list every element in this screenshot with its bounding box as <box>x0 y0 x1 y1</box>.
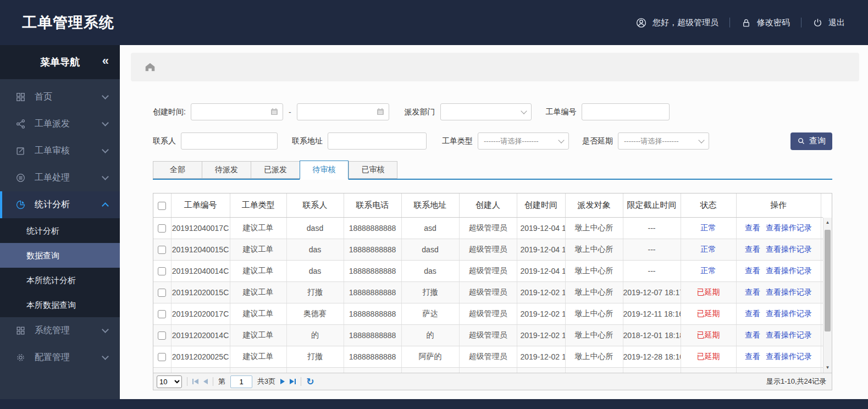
submenu-item-local-data-query[interactable]: 本所数据查询 <box>0 292 120 317</box>
tab-all[interactable]: 全部 <box>153 161 202 179</box>
scroll-down-arrow-icon[interactable]: ▼ <box>823 364 832 372</box>
chevron-down-icon <box>102 119 109 126</box>
submenu-item-local-statistics[interactable]: 本所统计分析 <box>0 268 120 292</box>
view-log-link[interactable]: 查看操作记录 <box>766 266 812 275</box>
view-link[interactable]: 查看 <box>745 245 760 253</box>
cell-created: 2019-12-02 16 <box>517 281 565 303</box>
sidebar-item-review[interactable]: 工单审核 <box>0 137 120 164</box>
view-log-link[interactable]: 查看操作记录 <box>766 288 812 296</box>
page-size-select[interactable]: 10 <box>157 375 182 388</box>
cell-creator: 超级管理员 <box>459 303 517 324</box>
delay-select[interactable]: -------请选择------- <box>618 132 709 150</box>
select-all-checkbox[interactable] <box>158 202 166 210</box>
row-checkbox[interactable] <box>158 224 166 233</box>
view-log-link[interactable]: 查看操作记录 <box>766 352 812 361</box>
submenu-item-data-query[interactable]: 数据查询 <box>0 243 120 268</box>
logout-link[interactable]: 退出 <box>812 18 845 28</box>
table-scrollbar[interactable]: ▲ ▼ <box>823 218 832 373</box>
view-log-link[interactable]: 查看操作记录 <box>766 245 812 253</box>
chevron-up-icon <box>102 202 109 209</box>
contact-input[interactable] <box>181 132 278 150</box>
row-checkbox[interactable] <box>158 353 166 361</box>
search-icon <box>797 137 805 145</box>
row-checkbox[interactable] <box>158 289 166 297</box>
row-checkbox[interactable] <box>158 331 166 340</box>
view-link[interactable]: 查看 <box>745 330 760 339</box>
sidebar-item-dispatch[interactable]: 工单派发 <box>0 110 120 137</box>
tab-pending-review[interactable]: 待审核 <box>300 161 349 180</box>
sidebar-item-config[interactable]: 配置管理 <box>0 344 120 371</box>
calendar-icon[interactable] <box>269 107 279 117</box>
scrollbar-thumb[interactable] <box>825 230 831 331</box>
refresh-icon[interactable]: ↻ <box>306 377 314 386</box>
order-type-select[interactable]: -------请选择------- <box>478 132 569 150</box>
sidebar-item-label: 工单处理 <box>35 172 103 184</box>
chevron-down-icon <box>102 326 109 333</box>
cell-target: 墩上中心所 <box>565 346 623 367</box>
tab-dispatched[interactable]: 已派发 <box>251 161 300 179</box>
cell-order-type: 建议工单 <box>230 324 286 346</box>
cell-phone: 18888888888 <box>344 260 401 281</box>
work-order-table: 工单编号 工单类型 联系人 联系电话 联系地址 创建人 创建时间 派发对象 限定… <box>153 193 832 390</box>
dispatch-dept-select[interactable] <box>440 103 532 120</box>
top-header: 工单管理系统 您好，超级管理员 修改密码 <box>0 0 868 45</box>
chevron-down-icon <box>521 108 527 114</box>
home-icon[interactable] <box>144 61 156 73</box>
pager-divider <box>213 377 213 386</box>
sidebar-item-home[interactable]: 首页 <box>0 84 120 110</box>
statistics-submenu: 统计分析 数据查询 本所统计分析 本所数据查询 <box>0 218 120 317</box>
sidebar: 菜单导航 « 首页 工单派发 <box>0 45 120 399</box>
cell-deadline: --- <box>623 217 681 239</box>
next-page-button[interactable] <box>280 379 285 384</box>
row-checkbox[interactable] <box>158 267 166 275</box>
search-button[interactable]: 查询 <box>790 132 832 150</box>
submenu-item-statistics[interactable]: 统计分析 <box>0 218 120 243</box>
create-time-end-field <box>297 103 389 120</box>
sidebar-item-process[interactable]: 工单处理 <box>0 164 120 191</box>
cell-order-no: 201912020017C <box>171 303 230 324</box>
cell-created: 2019-12-04 15 <box>517 239 565 260</box>
scroll-up-arrow-icon[interactable]: ▲ <box>823 219 832 226</box>
view-log-link[interactable]: 查看操作记录 <box>766 309 812 318</box>
pager-divider <box>301 377 301 386</box>
breadcrumb <box>131 53 859 81</box>
chevron-down-icon <box>102 92 109 100</box>
cell-created: 2019-12-02 16 <box>517 324 565 346</box>
cell-contact: dasd <box>286 217 344 239</box>
cell-order-type: 建议工单 <box>230 303 286 324</box>
chevron-down-icon <box>102 173 109 180</box>
address-input[interactable] <box>328 132 427 150</box>
first-page-button[interactable] <box>192 379 198 384</box>
status-badge: 已延期 <box>697 352 720 361</box>
cell-phone: 18888888888 <box>344 217 401 239</box>
col-creator: 创建人 <box>459 194 517 217</box>
page-number-input[interactable] <box>230 375 252 388</box>
row-checkbox[interactable] <box>158 310 166 318</box>
view-link[interactable]: 查看 <box>745 352 760 361</box>
prev-page-button[interactable] <box>203 379 208 384</box>
tab-pending-dispatch[interactable]: 待派发 <box>202 161 251 179</box>
cell-contact: das <box>286 260 344 281</box>
cell-creator: 超级管理员 <box>459 217 517 239</box>
dispatch-dept-label: 派发部门 <box>405 107 435 117</box>
cell-target: 墩上中心所 <box>565 239 623 260</box>
sidebar-item-system[interactable]: 系统管理 <box>0 317 120 344</box>
view-log-link[interactable]: 查看操作记录 <box>766 223 812 232</box>
calendar-icon[interactable] <box>375 107 385 117</box>
cell-creator: 超级管理员 <box>459 281 517 303</box>
sidebar-item-label: 工单审核 <box>35 145 103 157</box>
cell-target: 墩上中心所 <box>565 260 623 281</box>
view-link[interactable]: 查看 <box>745 309 760 318</box>
sidebar-header: 菜单导航 « <box>0 45 120 79</box>
order-no-input[interactable] <box>582 103 670 120</box>
tab-reviewed[interactable]: 已审核 <box>349 161 397 179</box>
collapse-sidebar-button[interactable]: « <box>102 54 108 68</box>
sidebar-item-statistics[interactable]: 统计分析 <box>0 191 120 218</box>
row-checkbox[interactable] <box>158 246 166 254</box>
change-password-link[interactable]: 修改密码 <box>741 18 790 28</box>
view-link[interactable]: 查看 <box>745 223 760 232</box>
view-log-link[interactable]: 查看操作记录 <box>766 330 812 339</box>
last-page-button[interactable] <box>290 379 296 384</box>
view-link[interactable]: 查看 <box>745 266 760 275</box>
view-link[interactable]: 查看 <box>745 288 760 296</box>
